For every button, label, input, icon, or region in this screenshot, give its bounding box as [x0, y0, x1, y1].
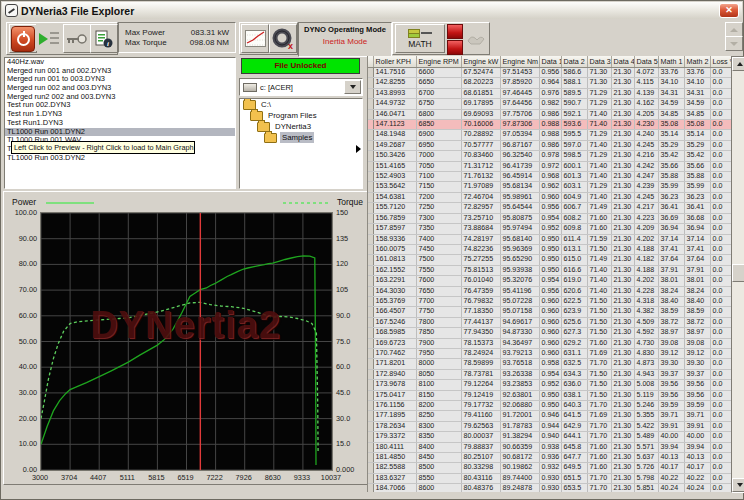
dyno-mode-value: Inertia Mode	[299, 37, 391, 46]
table-cell: 71.70	[587, 401, 611, 411]
table-row[interactable]: 155.7120725072.8295795.645440.956606.771…	[368, 203, 732, 213]
table-row[interactable]: 158.9336740074.2819795.681400.950611.471…	[368, 234, 732, 244]
export-button-disabled[interactable]	[463, 24, 489, 51]
table-row[interactable]: 165.3769770076.7983295.072280.960622.571…	[368, 296, 732, 306]
column-header[interactable]: Data 5	[634, 56, 658, 68]
drive-dropdown-button[interactable]	[344, 80, 361, 94]
table-row[interactable]: 170.7462795078.2492493.792130.960631.171…	[368, 348, 732, 358]
table-cell: 21.30	[611, 151, 634, 161]
file-info-button[interactable]: i	[90, 24, 118, 53]
column-header[interactable]: Roller KPH	[373, 56, 416, 68]
table-row[interactable]: 143.8993670068.6185197.464450.976589.571…	[368, 88, 732, 98]
drive-selector[interactable]: c: [ACER]	[239, 78, 363, 96]
table-cell: 8450	[416, 453, 461, 463]
table-row[interactable]: 152.4903710071.7613296.459140.968601.371…	[368, 172, 732, 182]
table-row[interactable]: 166.4507775077.1835095.071580.960623.971…	[368, 307, 732, 317]
table-scrollbar[interactable]	[731, 56, 744, 493]
table-row[interactable]: 180.4111840079.8883790.663590.938645.871…	[368, 442, 732, 452]
table-cell: 71.40	[587, 140, 611, 150]
table-row[interactable]: 173.9678810079.1226493.238530.952636.071…	[368, 380, 732, 390]
table-row[interactable]: 150.3426700070.8346096.325400.978598.571…	[368, 151, 732, 161]
scrollbar-down-button[interactable]	[732, 478, 744, 492]
table-row[interactable]: 153.5642715071.9708995.681340.962603.171…	[368, 182, 732, 192]
scrollbar-thumb[interactable]	[732, 264, 744, 282]
table-row[interactable]: 163.2291760076.0104095.320760.954619.071…	[368, 276, 732, 286]
table-row[interactable]: 178.2634830079.6256391.787830.944642.971…	[368, 421, 732, 431]
scrollbar-up-button[interactable]	[732, 57, 744, 71]
tree-scroll-arrow-icon[interactable]	[356, 145, 361, 153]
directory-tree[interactable]: C:\Program FilesDYNertia3Samples	[239, 98, 363, 189]
table-row[interactable]: 146.0471680069.6909397.757060.986592.171…	[368, 109, 732, 119]
table-row[interactable]: 141.7516660067.5247497.514530.956586.671…	[368, 68, 732, 78]
power-button[interactable]	[9, 24, 37, 53]
graph-button[interactable]	[241, 24, 269, 53]
table-row[interactable]: 161.0813750075.2725595.652900.950615.071…	[368, 255, 732, 265]
table-cell: 161.0813	[373, 255, 416, 265]
table-row[interactable]: 183.6327855080.4311689.744000.930651.571…	[368, 473, 732, 483]
column-header[interactable]: Math 1	[658, 56, 684, 68]
column-header[interactable]: Data 3	[587, 56, 611, 68]
dyno-button[interactable]: x	[269, 24, 297, 53]
tree-item[interactable]: C:\	[240, 99, 362, 110]
close-button[interactable]: ✕	[719, 3, 739, 18]
table-row[interactable]: 160.0075745074.8223695.963690.950613.171…	[368, 244, 732, 254]
scroll-down-button-small[interactable]	[725, 36, 743, 51]
table-row[interactable]: 164.3030765076.4735995.411960.956620.671…	[368, 286, 732, 296]
scroll-up-button-small[interactable]	[725, 22, 743, 37]
table-cell: 95.93938	[500, 265, 539, 275]
file-list-item[interactable]: TL1000 Run 003.DYN2	[5, 154, 235, 163]
title-bar[interactable]: DYNeria3 File Explorer ✕	[2, 2, 742, 20]
table-cell: 69.17895	[461, 99, 500, 109]
table-cell: 35.66	[684, 161, 710, 171]
table-row[interactable]: 148.1948690070.2889297.053940.988595.571…	[368, 130, 732, 140]
table-row[interactable]: 176.1156820079.1773292.068800.950640.371…	[368, 401, 732, 411]
table-row[interactable]: 157.8597735073.8868495.974940.952609.871…	[368, 224, 732, 234]
table-row[interactable]: 156.7859730073.2571095.808750.954608.271…	[368, 213, 732, 223]
table-row[interactable]: 172.8940805078.7378193.263380.954634.371…	[368, 369, 732, 379]
table-cell: 38.59	[658, 307, 684, 317]
table-row[interactable]: 171.8201800078.5989993.765180.958632.571…	[368, 359, 732, 369]
table-row[interactable]: 144.9732675069.1789597.644560.982590.771…	[368, 99, 732, 109]
table-row[interactable]: 167.5246780077.4413794.696170.960625.671…	[368, 317, 732, 327]
table-row[interactable]: 177.1895825079.4116091.720010.946641.571…	[368, 411, 732, 421]
unlock-button[interactable]	[63, 24, 91, 53]
table-cell: 6700	[416, 88, 461, 98]
run-button[interactable]	[36, 24, 62, 51]
table-cell: 183.6327	[373, 473, 416, 483]
column-header[interactable]: Loss %	[710, 56, 732, 68]
dyno-plot-area[interactable]	[40, 212, 333, 471]
column-header[interactable]: Engine RPM	[416, 56, 461, 68]
table-cell: 21.30	[611, 140, 634, 150]
table-cell: 21.30	[611, 421, 634, 431]
column-header[interactable]: Data 4	[611, 56, 634, 68]
table-row[interactable]: 149.2687695070.5777796.871670.986597.071…	[368, 140, 732, 150]
file-list[interactable]: 440Hz.wavMerged run 001 and 002.DYN3Merg…	[4, 57, 236, 189]
table-cell: 0.0	[710, 317, 732, 327]
table-row[interactable]: 179.3372835080.0003791.382940.940644.171…	[368, 432, 732, 442]
table-row[interactable]: 154.6381720072.4670495.989610.960604.971…	[368, 192, 732, 202]
table-row[interactable]: 184.7066860080.4837689.248780.930653.571…	[368, 484, 732, 492]
table-row[interactable]: 181.4850845080.2510790.681720.936647.771…	[368, 453, 732, 463]
table-row[interactable]: 162.1552755075.8151395.939380.950616.671…	[368, 265, 732, 275]
column-header[interactable]: Data 2	[561, 56, 587, 68]
table-cell: 636.0	[561, 380, 587, 390]
table-cell: 21.30	[611, 130, 634, 140]
table-row[interactable]: 169.6723790078.1537394.364970.960629.271…	[368, 338, 732, 348]
table-cell: 21.30	[611, 120, 634, 130]
table-row[interactable]: 142.8255665068.2022397.859200.964588.171…	[368, 78, 732, 88]
table-cell: 36.69	[658, 213, 684, 223]
tree-item[interactable]: Samples	[240, 132, 362, 143]
column-header[interactable]: Engine Nm	[500, 56, 539, 68]
column-header[interactable]: Engine kW	[461, 56, 500, 68]
table-cell: 37.41	[658, 244, 684, 254]
table-row[interactable]: 147.1123685070.1600697.873060.988593.671…	[368, 120, 732, 130]
table-row[interactable]: 151.4165705071.3171296.417390.972600.171…	[368, 161, 732, 171]
tree-item[interactable]: DYNertia3	[240, 121, 362, 132]
math-button[interactable]: MATH	[395, 24, 445, 53]
table-header-row[interactable]: Roller KPHEngine RPMEngine kWEngine NmDa…	[368, 56, 732, 68]
table-row[interactable]: 168.5985785077.9435094.873300.960627.371…	[368, 328, 732, 338]
column-header[interactable]: Math 2	[684, 56, 710, 68]
table-row[interactable]: 182.5588850080.3329890.198620.932649.571…	[368, 463, 732, 473]
column-header[interactable]: Data 1	[539, 56, 561, 68]
table-row[interactable]: 175.0417815079.1241992.638010.950638.171…	[368, 390, 732, 400]
